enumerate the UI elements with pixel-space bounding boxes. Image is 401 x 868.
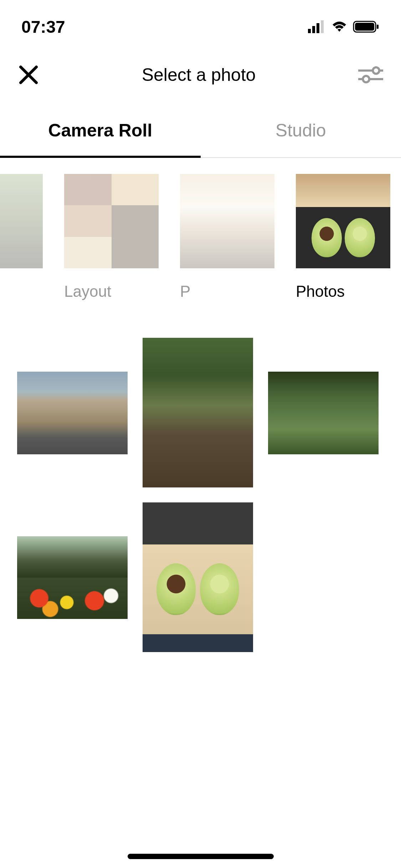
album-thumbnail <box>0 174 43 268</box>
photos-grid <box>0 300 401 652</box>
tab-label: Camera Roll <box>48 120 152 141</box>
albums-row[interactable]: ram Layout P Photos <box>0 158 401 300</box>
album-label: ram <box>0 283 43 300</box>
photo-thumbnail[interactable] <box>143 502 253 652</box>
album-thumbnail <box>180 174 274 268</box>
cellular-signal-icon <box>308 20 326 33</box>
battery-icon <box>353 20 380 33</box>
svg-rect-6 <box>377 25 379 29</box>
tab-camera-roll[interactable]: Camera Roll <box>0 103 201 157</box>
header: Select a photo <box>0 46 401 103</box>
album-item[interactable]: Layout <box>64 174 159 300</box>
status-icons <box>308 20 380 33</box>
filter-settings-icon[interactable] <box>358 66 383 84</box>
svg-point-10 <box>373 67 379 74</box>
album-label: P <box>180 283 274 300</box>
album-thumbnail <box>296 174 390 268</box>
tabs: Camera Roll Studio <box>0 103 401 158</box>
svg-rect-2 <box>317 23 319 33</box>
photo-thumbnail[interactable] <box>143 338 253 487</box>
svg-rect-3 <box>321 20 324 33</box>
page-title: Select a photo <box>142 64 256 85</box>
svg-rect-0 <box>308 29 311 33</box>
album-label: Photos <box>296 283 390 300</box>
album-item[interactable]: Photos <box>296 174 390 300</box>
home-indicator[interactable] <box>128 854 274 859</box>
wifi-icon <box>331 20 348 33</box>
tab-label: Studio <box>276 120 326 141</box>
album-item[interactable]: ram <box>0 174 43 300</box>
photo-thumbnail[interactable] <box>268 372 379 454</box>
photo-thumbnail[interactable] <box>17 372 128 454</box>
photo-thumbnail[interactable] <box>17 536 128 619</box>
status-time: 07:37 <box>21 17 65 37</box>
album-label: Layout <box>64 283 159 300</box>
album-item[interactable]: P <box>180 174 274 300</box>
album-thumbnail <box>64 174 159 268</box>
svg-point-12 <box>363 76 369 82</box>
svg-rect-5 <box>355 23 374 31</box>
close-icon[interactable] <box>18 64 39 86</box>
status-bar: 07:37 <box>0 0 401 46</box>
svg-rect-1 <box>312 26 315 33</box>
tab-studio[interactable]: Studio <box>201 103 401 157</box>
